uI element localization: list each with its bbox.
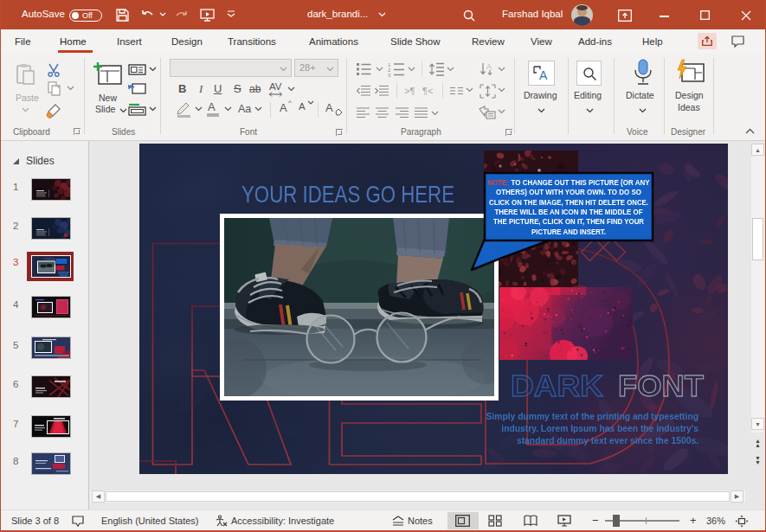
svg-text:industry. Lorem Ipsum has been: industry. Lorem Ipsum has been the indus…: [501, 424, 698, 433]
svg-text:A: A: [539, 68, 548, 81]
svg-text:DARK: DARK: [511, 369, 603, 402]
svg-text:YOUR IDEAS GO HERE: YOUR IDEAS GO HERE: [241, 181, 454, 208]
svg-text:standard dummy text ever since: standard dummy text ever since the 1500s…: [517, 436, 698, 445]
svg-text:THE PICTURE, CLICK ON IT, THEN: THE PICTURE, CLICK ON IT, THEN FIND YOUR: [493, 217, 644, 226]
svg-text:PICTURE AND INSERT.: PICTURE AND INSERT.: [531, 228, 606, 236]
svg-text:FONT: FONT: [618, 369, 704, 402]
svg-text:OTHERS) OUT WITH YOUR OWN. TO: OTHERS) OUT WITH YOUR OWN. TO DO SO: [496, 188, 641, 196]
svg-text:Simply dummy text of the print: Simply dummy text of the printing and ty…: [486, 412, 698, 421]
svg-text:THERE WILL BE AN ICON IN THE M: THERE WILL BE AN ICON IN THE MIDDLE OF: [495, 208, 643, 216]
svg-text:NOTE: TO CHANGE OUT THIS PICTU: NOTE: TO CHANGE OUT THIS PICTURE (OR ANY: [488, 178, 650, 187]
svg-text:CLICK ON THE IMAGE, THEN HIT D: CLICK ON THE IMAGE, THEN HIT DELETE ONCE…: [489, 198, 648, 207]
svg-text:3: 3: [388, 73, 391, 77]
svg-text:A: A: [486, 62, 492, 71]
